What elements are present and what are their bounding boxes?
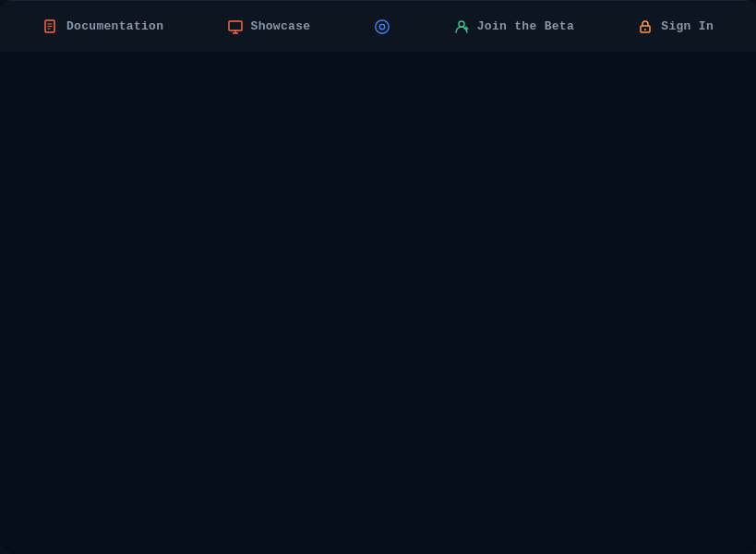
- nav-item-signin[interactable]: Sign In: [622, 11, 728, 42]
- showcase-icon: [227, 18, 244, 35]
- documentation-icon: [42, 18, 59, 35]
- join-icon: [453, 18, 470, 35]
- nav-item-showcase[interactable]: Showcase: [212, 11, 326, 42]
- explore-icon: [374, 18, 390, 35]
- signin-icon: [637, 18, 654, 35]
- navbar: Documentation Showcase: [0, 0, 756, 52]
- svg-point-13: [644, 29, 646, 30]
- join-label: Join the Beta: [477, 19, 574, 33]
- app-frame: lst pe our s,,is byy aali ealfs ato jawt…: [0, 0, 756, 554]
- svg-point-9: [459, 21, 464, 27]
- svg-point-7: [375, 19, 388, 32]
- signin-label: Sign In: [661, 19, 714, 33]
- nav-item-join[interactable]: Join the Beta: [438, 11, 589, 42]
- nav-item-explore[interactable]: [359, 11, 405, 42]
- svg-rect-4: [229, 21, 242, 30]
- nav-item-documentation[interactable]: Documentation: [28, 11, 178, 42]
- svg-point-8: [379, 24, 384, 29]
- showcase-label: Showcase: [251, 19, 311, 33]
- documentation-label: Documentation: [66, 19, 163, 33]
